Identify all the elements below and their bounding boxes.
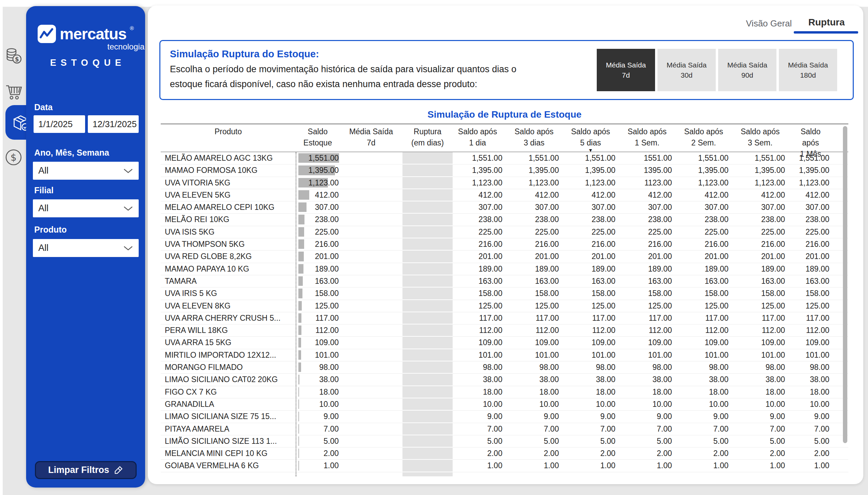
saldo-value: 201.00 (315, 252, 339, 261)
saldo-apos-cell: 5.00 (622, 435, 679, 447)
saldo-apos-cell: 307.00 (622, 201, 679, 214)
produto-filter-select[interactable]: All (33, 239, 139, 257)
saldo-apos-cell: 117.00 (565, 312, 622, 324)
table-row[interactable]: MAMAO FORMOSA 10KG1,395.001,395.001,395.… (161, 165, 848, 177)
table-row[interactable]: MELAO AMARELO CEPI 10KG307.00307.00307.0… (161, 201, 848, 214)
saldo-apos-cell: 225.00 (622, 226, 679, 238)
product-name-cell: MELAO AMARELO CEPI 10KG (161, 201, 296, 214)
saldo-data-bar (299, 202, 307, 212)
media-saida-cell (340, 251, 403, 263)
period-button-7d[interactable]: Média Saída7d (597, 49, 655, 91)
app-window: $ $ (0, 0, 868, 495)
table-row[interactable]: GRANADILLA10.0010.0010.0010.0010.0010.00… (161, 398, 848, 411)
table-row[interactable]: PITAYA AMARELA7.007.007.007.007.007.007.… (161, 423, 848, 435)
table-row[interactable]: GOIABA VERMELHA 6 KG1.001.001.001.001.00… (161, 460, 848, 472)
saldo-apos-cell: 38.00 (679, 374, 735, 386)
table-row[interactable]: UVA VITORIA 5KG1,123.001,123.001,123.001… (161, 177, 848, 189)
table-row[interactable]: LIMAO SICILIANA SIZE 75 15...9.009.009.0… (161, 411, 848, 423)
date-end-input[interactable]: 12/31/2025 (88, 115, 139, 133)
saldo-estoque-cell: 109.00 (296, 337, 340, 349)
ruptura-dias-cell (403, 300, 453, 312)
saldo-apos-cell: 225.00 (735, 226, 792, 238)
nav-item-dollar[interactable]: $ (5, 147, 22, 168)
saldo-apos-cell: 10.00 (453, 398, 509, 411)
sort-descending-icon: ▼ (565, 149, 615, 152)
table-header-row: ProdutoSaldoEstoqueMédia Saída7dRuptura(… (161, 124, 848, 152)
table-row[interactable]: UVA THOMPSON 5KG216.00216.00216.00216.00… (161, 238, 848, 251)
nav-item-shopping-cart[interactable] (5, 83, 22, 102)
period-button-90d[interactable]: Média Saída90d (718, 49, 777, 91)
media-saida-cell (340, 201, 403, 214)
saldo-apos-cell: 1395.00 (622, 165, 679, 177)
table-row[interactable]: TAMARA163.00163.00163.00163.00163.00163.… (161, 275, 848, 288)
table-row[interactable]: MAMAO PAPAYA 10 KG189.00189.00189.00189.… (161, 263, 848, 275)
saldo-apos-cell: 158.00 (509, 288, 566, 300)
period-button-period: 180d (800, 70, 816, 80)
period-button-180d[interactable]: Média Saída180d (779, 49, 837, 91)
table-row[interactable]: UVA RED GLOBE 8,2KG201.00201.00201.00201… (161, 251, 848, 263)
period-filter-select[interactable]: All (33, 162, 139, 180)
tab-visao-geral[interactable]: Visão Geral (746, 18, 792, 29)
saldo-apos-cell: 38.00 (509, 374, 566, 386)
saldo-apos-cell: 98.00 (622, 361, 679, 374)
saldo-apos-cell: 10.00 (565, 398, 622, 411)
table-row[interactable]: FIGO CX 7 KG18.0018.0018.0018.0018.0018.… (161, 386, 848, 398)
product-name-cell: TAMARA (161, 275, 296, 288)
table-row[interactable]: MELÃO REI 10KG238.00238.00238.00238.0023… (161, 214, 848, 226)
media-saida-cell (340, 435, 403, 447)
saldo-apos-cell: 412.00 (565, 189, 622, 201)
saldo-apos-cell: 1,123.00 (735, 177, 792, 189)
nav-item-money-coins[interactable]: $ (5, 47, 22, 66)
table-vertical-scrollbar[interactable] (843, 126, 847, 443)
saldo-value: 189.00 (315, 264, 339, 273)
saldo-data-bar (299, 239, 304, 249)
product-name-cell: UVA THOMPSON 5KG (161, 238, 296, 251)
saldo-apos-cell: 189.00 (509, 263, 566, 275)
saldo-value: 1,551.00 (308, 154, 339, 163)
ruptura-dias-cell (403, 251, 453, 263)
table-row[interactable]: UVA ARRA CHERRY CRUSH 5...117.00117.0011… (161, 312, 848, 324)
saldo-apos-cell: 1,551.00 (453, 152, 509, 165)
saldo-value: 112.00 (315, 326, 339, 335)
table-row[interactable]: LIMAO SICILIANO CAT02 20KG38.0038.0038.0… (161, 374, 848, 386)
saldo-apos-cell: 101.00 (453, 349, 509, 361)
saldo-apos-cell: 10.00 (622, 398, 679, 411)
filial-filter-select[interactable]: All (33, 199, 139, 217)
table-row[interactable]: MORANGO FILMADO98.0098.0098.0098.0098.00… (161, 361, 848, 374)
brand-name: mercatus (60, 25, 126, 43)
saldo-apos-cell: 412.00 (679, 189, 735, 201)
product-name-cell: UVA IRIS 5 KG (161, 288, 296, 300)
saldo-apos-cell: 225.00 (792, 226, 848, 238)
table-row[interactable]: MELÃO AMARELO AGC 13KG1,551.001,551.001,… (161, 152, 848, 165)
header-line1: Saldo após (679, 126, 729, 137)
date-start-input[interactable]: 1/1/2025 (34, 115, 85, 133)
mercatus-logo-icon (37, 24, 56, 44)
table-row[interactable]: PERA WILL 18KG112.00112.00112.00112.0011… (161, 324, 848, 337)
saldo-estoque-cell: 201.00 (296, 251, 340, 263)
saldo-apos-cell: 201.00 (679, 251, 735, 263)
ruptura-dias-cell (403, 288, 453, 300)
saldo-value: 18.00 (319, 388, 339, 396)
saldo-apos-cell: 412.00 (622, 189, 679, 201)
table-row[interactable]: MIRTILO IMPORTADO 12X12...101.00101.0010… (161, 349, 848, 361)
table-row[interactable]: LIMÃO SICILIANO SIZE 113 1...5.005.005.0… (161, 435, 848, 447)
header-line1: Saldo após (735, 126, 785, 137)
saldo-apos-cell: 125.00 (679, 300, 735, 312)
table-row[interactable]: UVA ISIS 5KG225.00225.00225.00225.00225.… (161, 226, 848, 238)
saldo-apos-cell: 1,395.00 (735, 165, 792, 177)
saldo-apos-cell: 1,123.00 (792, 177, 848, 189)
saldo-apos-cell: 2.00 (735, 447, 792, 460)
table-row[interactable]: UVA ARRA 15 5KG109.00109.00109.00109.001… (161, 337, 848, 349)
shopping-cart-icon (5, 83, 22, 102)
tab-ruptura[interactable]: Ruptura (808, 17, 845, 28)
period-button-period: 90d (741, 70, 753, 80)
table-row[interactable]: UVA IRIS 5 KG158.00158.00158.00158.00158… (161, 288, 848, 300)
table-row[interactable]: UVA ELEVEN 8KG125.00125.00125.00125.0012… (161, 300, 848, 312)
saldo-apos-cell: 225.00 (453, 226, 509, 238)
clear-filters-button[interactable]: Limpar Filtros (35, 461, 137, 479)
period-button-30d[interactable]: Média Saída30d (658, 49, 716, 91)
table-row[interactable]: UVA ELEVEN 5KG412.00412.00412.00412.0041… (161, 189, 848, 201)
saldo-apos-cell: 1.00 (565, 460, 622, 472)
ruptura-dias-cell (403, 349, 453, 361)
table-row[interactable]: MELANCIA MINI CEPI 10 KG2.002.002.002.00… (161, 447, 848, 460)
